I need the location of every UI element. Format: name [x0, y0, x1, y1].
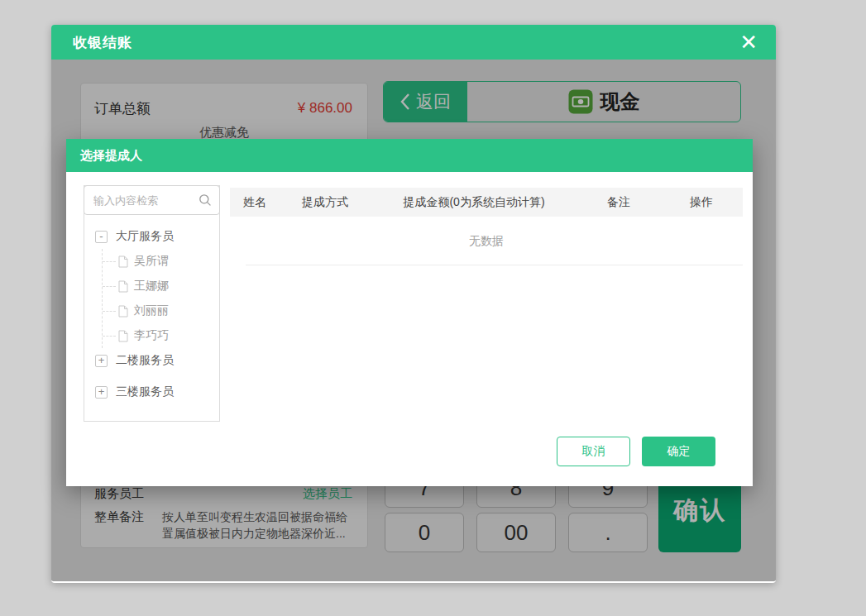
column-header: 提成方式	[280, 195, 371, 210]
tree-group: +三楼服务员	[95, 380, 219, 404]
table-header-row: 姓名提成方式提成金额(0为系统自动计算)备注操作	[230, 188, 743, 217]
document-icon	[118, 330, 128, 342]
tree-children: 吴所谓王娜娜刘丽丽李巧巧	[102, 249, 219, 348]
search-input[interactable]	[93, 194, 199, 207]
dialog-title-bar: 选择提成人	[66, 139, 753, 172]
document-icon	[118, 255, 128, 268]
window-title-bar: 收银结账 ✕	[51, 25, 776, 60]
tree-group-label[interactable]: 二楼服务员	[116, 353, 174, 368]
tree-group: -大厅服务员	[95, 224, 219, 249]
tree-staff-item[interactable]: 刘丽丽	[103, 298, 219, 323]
tree-staff-item[interactable]: 李巧巧	[103, 323, 219, 348]
expand-toggle-icon[interactable]: +	[95, 355, 108, 367]
tree-staff-name: 李巧巧	[134, 328, 169, 343]
tree-group-label[interactable]: 三楼服务员	[116, 384, 174, 399]
select-commission-dialog: 选择提成人 -大厅服务员吴所谓王娜娜刘丽丽李巧巧+二楼服务员+三楼服务员 姓名提…	[66, 139, 753, 486]
commission-table: 姓名提成方式提成金额(0为系统自动计算)备注操作 无数据	[230, 188, 743, 265]
ok-button[interactable]: 确定	[642, 437, 715, 466]
tree-group-label[interactable]: 大厅服务员	[116, 229, 174, 244]
search-icon	[199, 193, 212, 207]
window-title: 收银结账	[73, 33, 132, 52]
tree-staff-name: 刘丽丽	[134, 303, 169, 318]
expand-toggle-icon[interactable]: +	[95, 386, 108, 399]
collapse-toggle-icon[interactable]: -	[95, 231, 108, 243]
close-icon[interactable]: ✕	[739, 31, 758, 53]
search-box	[84, 185, 220, 215]
column-header: 备注	[577, 195, 660, 210]
staff-tree: -大厅服务员吴所谓王娜娜刘丽丽李巧巧+二楼服务员+三楼服务员	[84, 216, 219, 421]
cancel-button[interactable]: 取消	[557, 437, 630, 466]
tree-staff-item[interactable]: 王娜娜	[103, 274, 219, 298]
staff-tree-panel: -大厅服务员吴所谓王娜娜刘丽丽李巧巧+二楼服务员+三楼服务员	[84, 185, 220, 422]
document-icon	[118, 280, 128, 293]
tree-group: +二楼服务员	[95, 348, 219, 373]
tree-staff-item[interactable]: 吴所谓	[103, 249, 219, 274]
dialog-body: -大厅服务员吴所谓王娜娜刘丽丽李巧巧+二楼服务员+三楼服务员 姓名提成方式提成金…	[66, 172, 753, 486]
tree-staff-name: 吴所谓	[134, 254, 169, 269]
tree-staff-name: 王娜娜	[134, 279, 169, 294]
dialog-footer: 取消 确定	[557, 437, 715, 466]
table-empty-state: 无数据	[230, 217, 743, 265]
dialog-title: 选择提成人	[80, 148, 142, 164]
column-header: 姓名	[230, 195, 280, 210]
document-icon	[118, 305, 128, 318]
column-header: 操作	[660, 195, 743, 210]
column-header: 提成金额(0为系统自动计算)	[371, 195, 577, 210]
